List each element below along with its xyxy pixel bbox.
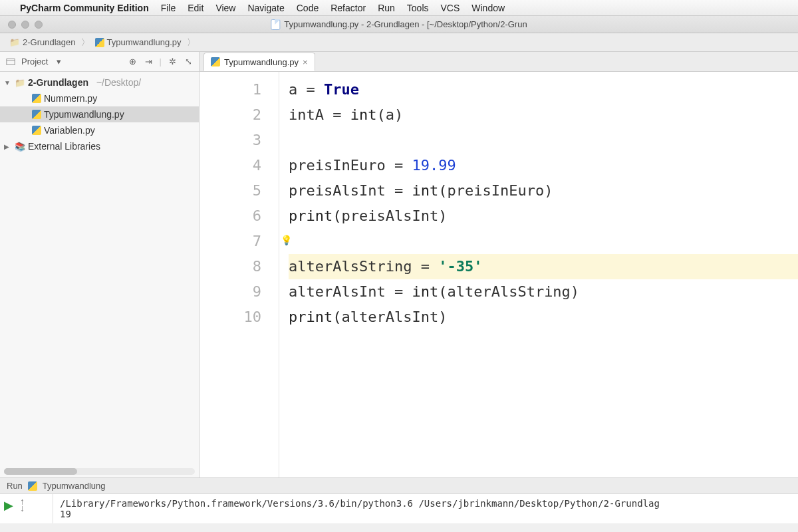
tree-root-name: 2-Grundlagen	[28, 77, 88, 88]
line-number: 5	[200, 178, 261, 203]
line-number: 9	[200, 279, 261, 305]
console-command: /Library/Frameworks/Python.framework/Ver…	[60, 498, 791, 509]
sidebar-title[interactable]: Project	[21, 57, 48, 66]
document-icon	[271, 19, 280, 30]
close-window-icon[interactable]	[8, 21, 16, 29]
menu-edit[interactable]: Edit	[188, 3, 203, 13]
target-icon[interactable]: ⊕	[128, 57, 138, 67]
python-file-icon	[28, 481, 37, 491]
zoom-window-icon[interactable]	[35, 21, 43, 29]
play-icon[interactable]: ▶	[4, 498, 13, 513]
menu-file[interactable]: File	[161, 3, 176, 13]
scroll-to-end-icon[interactable]: ↑↓	[20, 498, 25, 511]
editor-pane: Typumwandlung.py × 12345678910 💡 a = Tru…	[200, 52, 798, 477]
project-sidebar: Project ▾ ⊕ ⇥ | ✲ ⤡ ▼ 2-Grundlagen ~/Des…	[0, 52, 200, 477]
collapse-icon[interactable]: ⇥	[144, 57, 154, 67]
chevron-right-icon[interactable]: ▶	[4, 143, 12, 150]
line-number: 1	[200, 77, 261, 102]
python-file-icon	[211, 57, 220, 66]
python-file-icon	[32, 126, 41, 135]
project-view-icon[interactable]	[5, 57, 16, 67]
menu-tools[interactable]: Tools	[407, 3, 429, 13]
horizontal-scrollbar[interactable]	[4, 468, 195, 475]
code-line[interactable]: intA = int(a)	[289, 102, 798, 128]
tree-file-selected[interactable]: Typumwandlung.py	[0, 106, 199, 122]
mac-menubar: PyCharm Community Edition File Edit View…	[0, 0, 798, 16]
run-header[interactable]: Run Typumwandlung	[0, 478, 798, 494]
line-number: 10	[200, 305, 261, 330]
svg-rect-0	[7, 59, 15, 65]
run-controls: ▶ ↑↓	[0, 494, 53, 523]
menu-run[interactable]: Run	[378, 3, 395, 13]
editor-tab-label: Typumwandlung.py	[224, 57, 299, 67]
chevron-right-icon: 〉	[187, 37, 196, 49]
tree-file-label: Typumwandlung.py	[44, 109, 124, 120]
menu-code[interactable]: Code	[297, 3, 319, 13]
line-number: 8	[200, 254, 261, 279]
code-line[interactable]	[289, 128, 798, 153]
library-icon	[15, 141, 25, 152]
code-line[interactable]: print(alterAlsInt)	[289, 305, 798, 330]
menubar-app-name[interactable]: PyCharm Community Edition	[20, 3, 149, 13]
code-line[interactable]: a = True	[289, 77, 798, 102]
breadcrumb-file[interactable]: Typumwandlung.py	[92, 36, 184, 49]
breadcrumb-folder[interactable]: 2-Grundlagen	[7, 36, 78, 49]
window-title-text: Typumwandlung.py - 2-Grundlagen - [~/Des…	[284, 19, 527, 29]
python-file-icon	[95, 38, 104, 47]
run-tool-window: Run Typumwandlung ▶ ↑↓ /Library/Framewor…	[0, 477, 798, 523]
menu-refactor[interactable]: Refactor	[331, 3, 366, 13]
hide-icon[interactable]: ⤡	[183, 57, 194, 67]
gear-icon[interactable]: ✲	[167, 57, 178, 67]
line-number-gutter: 12345678910	[200, 72, 279, 477]
code-line[interactable]: alterAlsInt = int(alterAlsString)	[289, 279, 798, 305]
folder-icon	[15, 77, 25, 88]
scrollbar-thumb[interactable]	[4, 468, 77, 475]
python-file-icon	[32, 94, 41, 103]
window-titlebar: Typumwandlung.py - 2-Grundlagen - [~/Des…	[0, 16, 798, 33]
code-lines[interactable]: 💡 a = TrueintA = int(a)preisInEuro = 19.…	[279, 72, 798, 477]
code-line[interactable]: preisInEuro = 19.99	[289, 153, 798, 178]
breadcrumb: 2-Grundlagen 〉 Typumwandlung.py 〉	[0, 33, 798, 52]
folder-icon	[9, 37, 20, 48]
menu-vcs[interactable]: VCS	[441, 3, 460, 13]
console-stdout: 19	[60, 509, 791, 519]
tree-file[interactable]: Nummern.py	[0, 90, 199, 106]
code-editor[interactable]: 12345678910 💡 a = TrueintA = int(a)preis…	[200, 72, 798, 477]
breadcrumb-file-label: Typumwandlung.py	[107, 37, 182, 47]
tree-external-label: External Libraries	[28, 141, 100, 152]
line-number: 3	[200, 128, 261, 153]
code-line[interactable]	[289, 229, 798, 254]
chevron-down-icon[interactable]: ▾	[53, 57, 64, 67]
tree-file[interactable]: Variablen.py	[0, 122, 199, 138]
console-output[interactable]: /Library/Frameworks/Python.framework/Ver…	[53, 494, 798, 523]
python-file-icon	[32, 110, 41, 119]
menu-view[interactable]: View	[215, 3, 235, 13]
line-number: 7	[200, 229, 261, 254]
editor-tab-active[interactable]: Typumwandlung.py ×	[203, 53, 315, 71]
menu-navigate[interactable]: Navigate	[247, 3, 284, 13]
minimize-window-icon[interactable]	[21, 21, 29, 29]
lightbulb-icon[interactable]: 💡	[281, 227, 292, 253]
sidebar-toolbar: Project ▾ ⊕ ⇥ | ✲ ⤡	[0, 52, 199, 72]
line-number: 6	[200, 203, 261, 229]
code-line[interactable]: preisAlsInt = int(preisInEuro)	[289, 178, 798, 203]
close-icon[interactable]: ×	[303, 57, 308, 67]
breadcrumb-folder-label: 2-Grundlagen	[23, 37, 76, 47]
tree-external-libs[interactable]: ▶ External Libraries	[0, 138, 199, 154]
run-label: Run	[7, 481, 23, 491]
line-number: 2	[200, 102, 261, 128]
chevron-down-icon[interactable]: ▼	[4, 79, 12, 86]
code-line[interactable]: alterAlsString = '-35'	[289, 254, 798, 279]
line-number: 4	[200, 153, 261, 178]
tree-file-label: Variablen.py	[44, 125, 95, 136]
tree-root[interactable]: ▼ 2-Grundlagen ~/Desktop/	[0, 74, 199, 90]
tree-root-path: ~/Desktop/	[96, 77, 141, 88]
run-config-name: Typumwandlung	[43, 481, 106, 491]
editor-tabs: Typumwandlung.py ×	[200, 52, 798, 72]
tree-file-label: Nummern.py	[44, 93, 97, 104]
menu-window[interactable]: Window	[471, 3, 505, 13]
chevron-right-icon: 〉	[81, 37, 90, 49]
project-tree[interactable]: ▼ 2-Grundlagen ~/Desktop/ Nummern.py Typ…	[0, 72, 199, 466]
code-line[interactable]: print(preisAlsInt)	[289, 203, 798, 229]
